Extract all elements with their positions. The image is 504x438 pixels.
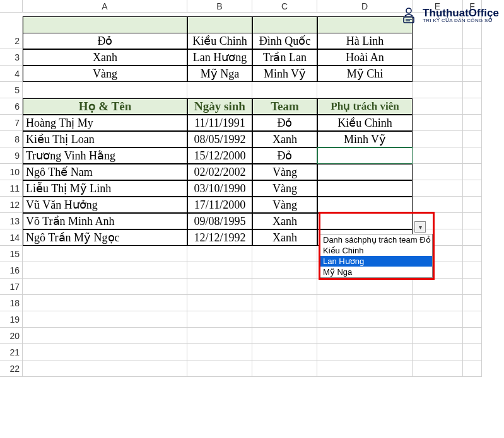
- cell-C12[interactable]: Vàng: [252, 197, 317, 213]
- cell-D10[interactable]: [317, 164, 413, 180]
- cell-E21[interactable]: [413, 344, 463, 360]
- cell-E18[interactable]: [413, 295, 463, 311]
- cell-A11[interactable]: Liễu Thị Mỹ Linh: [23, 180, 187, 197]
- cell-A16[interactable]: [23, 262, 187, 279]
- cell-F8[interactable]: [463, 131, 482, 147]
- cell-F19[interactable]: [463, 311, 482, 328]
- row-header-20[interactable]: 20: [0, 328, 23, 344]
- cell-D22[interactable]: [317, 360, 413, 377]
- cell-C7[interactable]: Đỏ: [252, 115, 317, 131]
- cell-F20[interactable]: [463, 328, 482, 344]
- row-header-16[interactable]: 16: [0, 262, 23, 279]
- row-header-11[interactable]: 11: [0, 180, 23, 197]
- cell-F15[interactable]: [463, 246, 482, 262]
- cell-D5[interactable]: [317, 82, 413, 98]
- cell-B16[interactable]: [187, 262, 252, 279]
- cell-C15[interactable]: [252, 246, 317, 262]
- cell-D20[interactable]: [317, 328, 413, 344]
- cell-A3[interactable]: Xanh: [23, 49, 187, 66]
- cell-D12[interactable]: [317, 197, 413, 213]
- cell-E5[interactable]: [413, 82, 463, 98]
- row-header-18[interactable]: 18: [0, 295, 23, 311]
- cell-F9[interactable]: [463, 147, 482, 164]
- row-header-5[interactable]: 5: [0, 82, 23, 98]
- cell-A20[interactable]: [23, 328, 187, 344]
- cell-B18[interactable]: [187, 295, 252, 311]
- cell-A13[interactable]: Võ Trần Minh Anh: [23, 213, 187, 229]
- cell-F22[interactable]: [463, 360, 482, 377]
- cell-D19[interactable]: [317, 311, 413, 328]
- data-validation-dropdown-list[interactable]: Danh sáchphụ trách team Đỏ Kiều Chinh La…: [319, 234, 433, 278]
- cell-B21[interactable]: [187, 344, 252, 360]
- cell-C17[interactable]: [252, 279, 317, 295]
- dropdown-option[interactable]: Kiều Chinh: [319, 245, 432, 256]
- select-all-corner[interactable]: [0, 0, 23, 13]
- row-header-21[interactable]: 21: [0, 344, 23, 360]
- cell-A14[interactable]: Ngô Trần Mỹ Ngọc: [23, 229, 187, 246]
- cell-C4[interactable]: Minh Vỹ: [252, 66, 317, 82]
- row-header-7[interactable]: 7: [0, 115, 23, 131]
- cell-E10[interactable]: [413, 164, 463, 180]
- row-header-22[interactable]: 22: [0, 360, 23, 377]
- cell-F17[interactable]: [463, 279, 482, 295]
- cell-D3[interactable]: Hoài An: [317, 49, 413, 66]
- cell-A18[interactable]: [23, 295, 187, 311]
- cell-B19[interactable]: [187, 311, 252, 328]
- cell-B13[interactable]: 09/08/1995: [187, 213, 252, 229]
- row-header-12[interactable]: 12: [0, 197, 23, 213]
- cell-C11[interactable]: Vàng: [252, 180, 317, 197]
- cell-B11[interactable]: 03/10/1990: [187, 180, 252, 197]
- cell-F16[interactable]: [463, 262, 482, 279]
- cell-B5[interactable]: [187, 82, 252, 98]
- cell-D9-active[interactable]: [317, 147, 413, 164]
- cell-A7[interactable]: Hoàng Thị My: [23, 115, 187, 131]
- cell-E9[interactable]: [413, 147, 463, 164]
- cell-F10[interactable]: [463, 164, 482, 180]
- cell-D8[interactable]: Minh Vỹ: [317, 131, 413, 147]
- cell-B17[interactable]: [187, 279, 252, 295]
- cell-A15[interactable]: [23, 246, 187, 262]
- cell-E17[interactable]: [413, 279, 463, 295]
- cell-A5[interactable]: [23, 82, 187, 98]
- cell-C6[interactable]: Team: [252, 98, 317, 115]
- cell-F4[interactable]: [463, 66, 482, 82]
- cell-D21[interactable]: [317, 344, 413, 360]
- cell-E7[interactable]: [413, 115, 463, 131]
- cell-F5[interactable]: [463, 82, 482, 98]
- cell-D4[interactable]: Mỹ Chi: [317, 66, 413, 82]
- cell-B4[interactable]: Mỹ Nga: [187, 66, 252, 82]
- cell-C5[interactable]: [252, 82, 317, 98]
- dropdown-option[interactable]: Mỹ Nga: [319, 267, 432, 277]
- cell-B10[interactable]: 02/02/2002: [187, 164, 252, 180]
- row-header-3[interactable]: 3: [0, 49, 23, 66]
- cell-F2[interactable]: [463, 33, 482, 49]
- cell-F6[interactable]: [463, 98, 482, 115]
- cell-E11[interactable]: [413, 180, 463, 197]
- cell-A9[interactable]: Trương Vinh Hằng: [23, 147, 187, 164]
- cell-F11[interactable]: [463, 180, 482, 197]
- cell-C22[interactable]: [252, 360, 317, 377]
- cell-E19[interactable]: [413, 311, 463, 328]
- cell-D6[interactable]: Phụ trách viên: [317, 98, 413, 115]
- cell-A17[interactable]: [23, 279, 187, 295]
- cell-D7[interactable]: Kiều Chinh: [317, 115, 413, 131]
- cell-A22[interactable]: [23, 360, 187, 377]
- cell-C8[interactable]: Xanh: [252, 131, 317, 147]
- cell-B2[interactable]: Kiều Chinh: [187, 33, 252, 49]
- data-validation-dropdown-button[interactable]: ▾: [414, 221, 426, 233]
- cell-E6[interactable]: [413, 98, 463, 115]
- col-header-A[interactable]: A: [23, 0, 187, 13]
- row-header-13[interactable]: 13: [0, 213, 23, 229]
- cell-C3[interactable]: Trần Lan: [252, 49, 317, 66]
- cell-D13[interactable]: [317, 213, 413, 229]
- cell-A12[interactable]: Vũ Văn Hưởng: [23, 197, 187, 213]
- cell-C18[interactable]: [252, 295, 317, 311]
- cell-F18[interactable]: [463, 295, 482, 311]
- cell-B22[interactable]: [187, 360, 252, 377]
- cell-E3[interactable]: [413, 49, 463, 66]
- cell-D18[interactable]: [317, 295, 413, 311]
- cell-A8[interactable]: Kiều Thị Loan: [23, 131, 187, 147]
- row-header-4[interactable]: 4: [0, 66, 23, 82]
- dropdown-option[interactable]: Danh sáchphụ trách team Đỏ: [319, 234, 432, 245]
- cell-F21[interactable]: [463, 344, 482, 360]
